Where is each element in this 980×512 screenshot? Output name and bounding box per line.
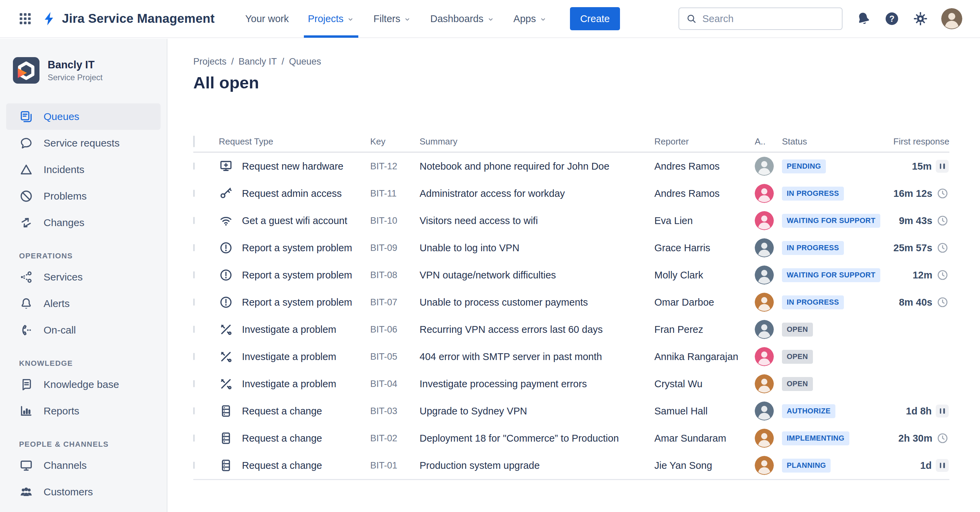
nav-projects[interactable]: Projects [298,0,364,38]
table-row-bit-10[interactable]: Get a guest wifi accountBIT-10Visitors n… [193,207,950,234]
row-checkbox[interactable] [193,271,195,279]
section-header-operations: OPERATIONS [19,252,161,260]
jira-logo[interactable]: Jira Service Management [41,11,215,27]
channels-icon [19,458,33,472]
table-row-bit-09[interactable]: Report a system problemBIT-09Unable to l… [193,234,950,262]
sidebar-item-knowledge-base[interactable]: Knowledge base [6,371,161,398]
issue-summary[interactable]: Deployment 18 for "Commerce” to Producti… [420,433,654,444]
reports-icon [19,404,33,418]
breadcrumb-project[interactable]: Bancly IT [239,56,277,67]
issue-key: BIT-09 [370,243,420,253]
sidebar-item-incidents[interactable]: Incidents [6,156,161,183]
table-row-bit-08[interactable]: Report a system problemBIT-08VPN outage/… [193,262,950,288]
wifi-icon [219,214,233,228]
sidebar-item-label: Changes [43,217,84,228]
alert-icon [219,295,233,309]
project-titles: Bancly IT Service Project [48,59,102,82]
row-checkbox[interactable] [193,353,195,360]
row-checkbox[interactable] [193,298,195,306]
help-icon[interactable]: ? [884,11,900,27]
sla-clock-icon [937,242,949,254]
issue-summary[interactable]: Administrator access for workday [420,188,654,199]
changes-icon [19,216,33,230]
table-row-bit-12[interactable]: Request new hardwareBIT-12Notebook and p… [193,153,950,180]
issue-summary[interactable]: Notebook and phone required for John Doe [420,161,654,172]
table-row-bit-05[interactable]: Investigate a problemBIT-05404 error wit… [193,343,950,370]
table-row-bit-03[interactable]: Request a changeBIT-03Upgrade to Sydney … [193,398,950,425]
alert-icon [219,268,233,282]
issue-summary[interactable]: 404 error with SMTP server in past month [420,351,654,362]
global-search[interactable] [679,8,843,30]
issue-summary[interactable]: Upgrade to Sydney VPN [420,406,654,417]
issue-summary[interactable]: Visitors need access to wifi [420,215,654,227]
create-button[interactable]: Create [570,7,620,30]
row-checkbox[interactable] [193,326,195,333]
project-header[interactable]: Bancly IT Service Project [6,57,161,84]
issue-summary[interactable]: Production system upgrade [420,460,654,471]
breadcrumb-projects[interactable]: Projects [193,56,227,67]
row-checkbox[interactable] [193,407,195,414]
issue-key: BIT-07 [370,297,420,308]
issue-summary[interactable]: Unable to process customer payments [420,297,654,308]
sidebar-item-services[interactable]: Services [6,264,161,290]
table-row-bit-01[interactable]: Request a changeBIT-01Production system … [193,452,950,479]
table-row-bit-02[interactable]: Request a changeBIT-02Deployment 18 for … [193,425,950,452]
sidebar-item-problems[interactable]: Problems [6,183,161,209]
col-status: Status [782,136,872,147]
request-type-label: Request new hardware [242,161,343,172]
notifications-bell-icon[interactable] [856,11,871,27]
request-type-label: Report a system problem [242,269,352,281]
search-input[interactable] [702,13,836,25]
sidebar-item-channels[interactable]: Channels [6,452,161,479]
nav-apps[interactable]: Apps [504,0,556,38]
row-checkbox[interactable] [193,380,195,387]
sidebar-item-service-requests[interactable]: Service requests [6,130,161,156]
issue-summary[interactable]: Unable to log into VPN [420,243,654,254]
status-cell: OPEN [782,377,872,391]
sidebar-item-on-call[interactable]: On-call [6,317,161,343]
issue-summary[interactable]: VPN outage/network difficulties [420,269,654,281]
row-checkbox[interactable] [193,190,195,197]
sidebar-item-label: Channels [43,460,87,471]
issue-key: BIT-10 [370,216,420,226]
sidebar-item-reports[interactable]: Reports [6,398,161,424]
row-checkbox[interactable] [193,462,195,469]
select-all-checkbox[interactable] [193,136,195,147]
issue-key: BIT-12 [370,161,420,172]
request-type-cell: Report a system problem [219,241,370,255]
app-switcher-icon[interactable] [18,11,33,26]
sidebar-item-queues[interactable]: Queues [6,103,161,130]
table-row-bit-07[interactable]: Report a system problemBIT-07Unable to p… [193,288,950,316]
issue-summary[interactable]: Recurring VPN access errors last 60 days [420,324,654,335]
sidebar-item-customers[interactable]: Customers [6,479,161,505]
request-type-label: Investigate a problem [242,324,336,335]
nav-filters[interactable]: Filters [364,0,421,38]
user-avatar[interactable] [941,8,962,29]
table-row-bit-06[interactable]: Investigate a problemBIT-06Recurring VPN… [193,316,950,343]
breadcrumb-separator: / [231,56,234,67]
assignee-cell [755,429,782,448]
sidebar-item-changes[interactable]: Changes [6,209,161,236]
sidebar-item-alerts[interactable]: Alerts [6,290,161,317]
table-row-bit-04[interactable]: Investigate a problemBIT-04Investigate p… [193,370,950,398]
issue-key: BIT-08 [370,270,420,281]
issue-summary[interactable]: Investigate processing payment errors [420,378,654,390]
page-title: All open [193,73,980,92]
alerts-icon [19,296,33,311]
sla-paused-icon [936,459,949,472]
queues-icon [19,109,33,124]
nav-dashboards[interactable]: Dashboards [421,0,504,38]
first-response-time: 1d [920,460,932,471]
row-checkbox[interactable] [193,163,195,170]
row-checkbox[interactable] [193,434,195,442]
table-row-bit-11[interactable]: Request admin accessBIT-11Administrator … [193,180,950,207]
row-checkbox[interactable] [193,217,195,224]
row-checkbox[interactable] [193,244,195,251]
settings-gear-icon[interactable] [913,11,928,27]
nav-your-work[interactable]: Your work [236,0,298,38]
server-icon [219,404,233,418]
request-type-cell: Investigate a problem [219,349,370,364]
status-cell: AUTHORIZE [782,404,872,418]
breadcrumb-queues[interactable]: Queues [289,56,321,67]
chevron-down-icon [404,16,411,23]
